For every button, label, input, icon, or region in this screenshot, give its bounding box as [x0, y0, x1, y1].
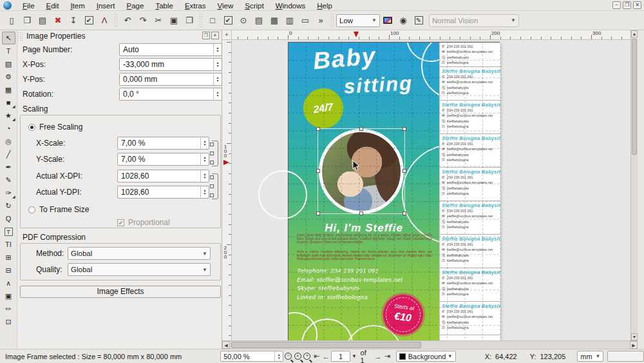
zoom-100-button[interactable]: • [293, 351, 303, 362]
unit-select[interactable]: mm ▼ [577, 351, 603, 362]
tool-insert-spiral[interactable]: ◎ [2, 135, 15, 148]
horizontal-scrollbar[interactable]: ◀ ▶ [222, 340, 638, 349]
document-viewport[interactable]: Baby sitting 24/7 Hi, I'm Steffie Lorem … [232, 40, 630, 340]
link-dpi-chain-icon[interactable] [212, 173, 218, 199]
menu-extras[interactable]: Extras [179, 1, 212, 10]
xdpi-field[interactable]: 1028,60▲▼ [117, 170, 209, 182]
spinner[interactable]: ▲▼ [213, 88, 222, 100]
pdf-annotation-button[interactable]: ▭ [298, 14, 312, 28]
menu-page[interactable]: Page [121, 1, 150, 10]
panel-close-button[interactable]: ✕ [211, 32, 219, 39]
spinner[interactable]: ▲▼ [200, 170, 209, 182]
tool-link-text-frames[interactable]: ⊞ [2, 251, 15, 264]
tool-insert-calligraphic-line[interactable]: ✑◢ [2, 186, 15, 199]
open-document-button[interactable]: ❒ [20, 14, 34, 28]
yscale-field[interactable]: 7,00 %▲▼ [117, 153, 209, 166]
display-settings-button[interactable] [381, 14, 395, 28]
tool-select-item[interactable]: ↖ [2, 32, 15, 44]
xpos-field[interactable]: -33,000 mm▲▼ [119, 58, 222, 71]
redo-button[interactable]: ↷ [136, 14, 150, 28]
horizontal-ruler[interactable]: 0100200300 [232, 30, 630, 40]
link-scale-chain-icon[interactable] [212, 141, 218, 166]
vertical-ruler[interactable]: 1 0 02 0 0 [222, 40, 232, 340]
vertical-scroll-thumb[interactable] [632, 39, 637, 155]
tool-insert-freehand-line[interactable]: ✎ [2, 173, 15, 186]
resize-handle[interactable] [316, 211, 320, 215]
zoom-out-button[interactable]: − [283, 351, 293, 362]
spinner[interactable]: ▲▼ [213, 74, 222, 85]
tool-insert-table[interactable]: ▦ [2, 83, 15, 96]
method-select[interactable]: Global▼ [68, 247, 211, 260]
free-scaling-radio[interactable]: Free Scaling [28, 121, 82, 133]
tool-measurements[interactable]: ∧ [2, 277, 15, 289]
zoom-in-button[interactable]: + [303, 351, 312, 362]
panel-drag-handle[interactable] [17, 32, 23, 42]
first-page-button[interactable]: ⇤ [312, 351, 321, 362]
tool-insert-arc[interactable]: ◔ [2, 122, 15, 135]
to-frame-size-radio[interactable]: To Frame Size [28, 203, 89, 216]
ruler-origin[interactable]: + [222, 30, 232, 40]
undo-button[interactable]: ↶ [120, 14, 135, 28]
tool-copy-item-properties[interactable]: ▣ [2, 289, 15, 302]
proportional-checkbox[interactable]: ✔Proportional [117, 216, 170, 229]
image-quality-select[interactable]: Low ▼ [336, 14, 380, 27]
menu-insert[interactable]: Insert [91, 1, 121, 10]
tool-insert-bezier-curve[interactable]: ✒ [2, 161, 15, 173]
spinner[interactable]: ▲▼ [200, 137, 209, 149]
page-number-field[interactable]: Auto▲▼ [119, 43, 222, 56]
tool-insert-polygon[interactable]: ★◢ [2, 109, 15, 122]
spinner[interactable]: ▲▼ [274, 351, 283, 361]
last-page-button[interactable]: ⇥ [383, 351, 392, 362]
spinner[interactable]: ▲▼ [200, 186, 209, 198]
vision-mode-select[interactable]: Normal Vision ▼ [429, 14, 519, 27]
tool-edit-contents[interactable]: T [2, 225, 15, 238]
menu-help[interactable]: Help [311, 1, 338, 10]
scroll-left-icon[interactable]: ◀ [222, 341, 230, 349]
preview-mode-button[interactable]: ◉ [396, 14, 410, 28]
pdf-check-box-button[interactable]: ✔ [221, 14, 235, 28]
previous-page-button[interactable]: ← [321, 351, 331, 362]
zoom-level-field[interactable]: 50,00 % ▲▼ [220, 351, 283, 362]
layer-select[interactable]: Background ▼ [396, 351, 456, 362]
resize-handle[interactable] [359, 211, 363, 215]
spinner[interactable]: ▲▼ [200, 153, 209, 165]
menu-table[interactable]: Table [149, 1, 179, 10]
scroll-right-icon[interactable]: ▶ [630, 341, 638, 349]
preflight-verifier-button[interactable]: ✔ [82, 14, 96, 28]
ypos-field[interactable]: 0,000 mm▲▼ [119, 73, 222, 86]
tool-unlink-text-frames[interactable]: ⊟ [2, 264, 15, 277]
resize-handle[interactable] [402, 127, 406, 131]
page-list-button[interactable]: ▼ [350, 351, 357, 362]
scroll-up-icon[interactable]: ▲ [631, 30, 638, 37]
pdf-text-field-button[interactable]: ▤ [252, 14, 266, 28]
pdf-combo-box-button[interactable]: ▦ [267, 14, 281, 28]
save-document-button[interactable]: ▤ [35, 14, 50, 28]
minimize-button[interactable]: − [612, 1, 621, 9]
tool-rotate-item[interactable]: ↻ [2, 199, 15, 212]
quality-select[interactable]: Global▼ [68, 263, 211, 276]
toolbar-overflow-button[interactable]: » [314, 14, 328, 28]
document-page[interactable]: Baby sitting 24/7 Hi, I'm Steffie Lorem … [288, 42, 500, 340]
image-effects-button[interactable]: Image Effects [20, 286, 221, 298]
paste-button[interactable]: ❒ [182, 14, 196, 28]
resize-handle[interactable] [316, 169, 320, 173]
scroll-down-icon[interactable]: ▼ [631, 333, 638, 340]
menu-item[interactable]: Item [64, 1, 90, 10]
spinner[interactable]: ▲▼ [213, 44, 222, 55]
pdf-list-box-button[interactable]: ▥ [283, 14, 297, 28]
resize-handle[interactable] [359, 127, 363, 131]
horizontal-scroll-thumb[interactable] [231, 342, 421, 348]
menu-windows[interactable]: Windows [270, 1, 312, 10]
next-page-button[interactable]: → [373, 351, 383, 362]
pdf-radio-button-button[interactable]: ⊙ [236, 14, 251, 28]
ydpi-field[interactable]: 1028,60▲▼ [117, 186, 209, 199]
rotation-field[interactable]: 0,0 °▲▼ [119, 88, 222, 101]
tool-insert-text-frame[interactable]: T [2, 44, 15, 57]
tool-insert-shape[interactable]: ■◢ [2, 96, 15, 109]
cut-button[interactable]: ✂ [151, 14, 166, 28]
print-document-button[interactable]: ↧ [66, 14, 80, 28]
menu-file[interactable]: File [17, 1, 41, 10]
panel-float-button[interactable]: ❐ [202, 32, 210, 39]
tool-insert-render-frame[interactable]: ⚙ [2, 70, 15, 83]
tool-edit-text-story-editor[interactable]: TI [2, 238, 15, 251]
